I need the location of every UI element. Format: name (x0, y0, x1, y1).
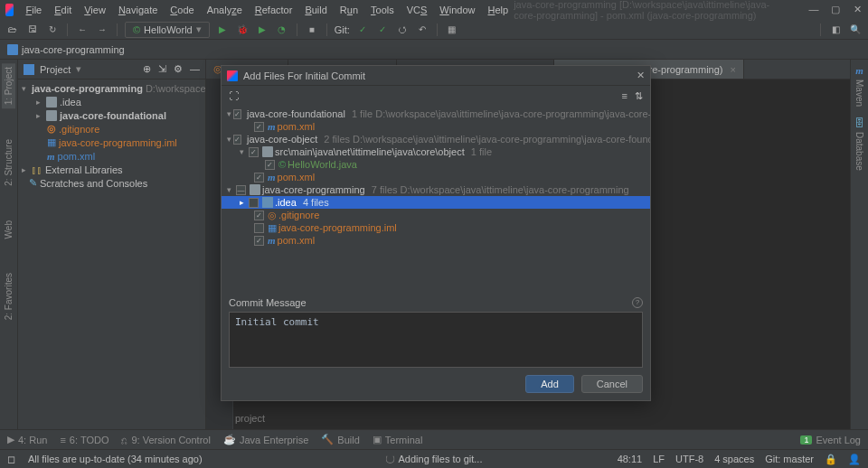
save-icon[interactable]: 🖫 (25, 23, 40, 37)
tw-terminal[interactable]: ▣ Terminal (373, 434, 423, 445)
dialog-file-tree[interactable]: ▾ java-core-foundational 1 file D:\works… (222, 106, 650, 294)
tw-event-log[interactable]: 1 Event Log (800, 435, 861, 445)
menu-code[interactable]: Code (165, 3, 199, 17)
menu-help[interactable]: Help (483, 3, 514, 17)
cancel-button[interactable]: Cancel (581, 375, 643, 393)
vcs-commit-icon[interactable]: ✓ (375, 23, 390, 37)
collapse-icon[interactable]: ⇲ (158, 63, 166, 75)
checkbox[interactable] (254, 236, 264, 246)
tab-close-icon[interactable]: × (731, 64, 736, 75)
menu-tools[interactable]: Tools (365, 3, 400, 17)
close-icon[interactable]: ✕ (852, 5, 863, 15)
tab-favorites[interactable]: 2: Favorites (2, 269, 15, 323)
menu-refactor[interactable]: Refactor (250, 3, 298, 17)
target-icon[interactable]: ⊕ (143, 63, 151, 75)
tw-run[interactable]: ▶ 4: Run (7, 434, 47, 445)
coverage-icon[interactable]: ▶ (255, 23, 269, 37)
ide-settings-icon[interactable]: ◧ (828, 23, 843, 37)
options-icon[interactable]: ⇅ (635, 90, 643, 102)
hide-icon[interactable]: — (190, 63, 200, 75)
tree-iml[interactable]: java-core-programming.iml (59, 137, 177, 148)
menu-view[interactable]: View (79, 3, 111, 17)
root-name[interactable]: java-core-programming (32, 83, 143, 94)
background-task[interactable]: Adding files to git... (399, 454, 483, 464)
menu-edit[interactable]: Edit (49, 3, 77, 17)
tw-version-control[interactable]: ⎌ 9: Version Control (121, 435, 210, 445)
run-config-selector[interactable]: © HelloWorld ▾ (125, 22, 210, 38)
inspector-icon[interactable]: 👤 (848, 454, 861, 465)
tree-pom[interactable]: pom.xml (58, 151, 96, 162)
menu-run[interactable]: Run (335, 3, 363, 17)
dialog-close-icon[interactable]: ✕ (637, 70, 645, 81)
commit-message-input[interactable]: Initial commit (229, 312, 643, 368)
root-path: D:\workspace\java\ittimeline (146, 83, 205, 94)
tree-external[interactable]: External Libraries (45, 164, 123, 175)
tree-gitignore[interactable]: .gitignore (59, 124, 99, 135)
tw-build[interactable]: 🔨 Build (321, 434, 359, 445)
group-icon[interactable]: ≡ (622, 90, 627, 102)
tool-window-bar: ▶ 4: Run ≡ 6: TODO ⎌ 9: Version Control … (0, 429, 868, 449)
checkbox[interactable] (254, 122, 264, 132)
checkbox[interactable] (254, 211, 264, 220)
forward-icon[interactable]: → (95, 23, 109, 37)
menu-window[interactable]: Window (434, 3, 480, 17)
checkbox[interactable]: — (236, 185, 246, 195)
stop-icon[interactable]: ■ (305, 23, 319, 37)
tab-project[interactable]: 1: Project (2, 63, 15, 108)
gear-icon[interactable]: ⚙ (174, 63, 183, 75)
checkbox[interactable] (233, 109, 241, 119)
vcs-update-icon[interactable]: ✓ (355, 23, 370, 37)
search-everywhere-icon[interactable]: 🔍 (848, 23, 863, 37)
checkbox[interactable] (249, 147, 259, 157)
caret-position[interactable]: 48:11 (618, 454, 643, 465)
menu-navigate[interactable]: Navigate (113, 3, 163, 17)
sync-icon[interactable]: ↻ (45, 23, 60, 37)
project-header[interactable]: Project (40, 64, 71, 75)
window-title: java-core-programming [D:\workspace\java… (514, 0, 787, 21)
structure-icon[interactable]: ▦ (445, 23, 459, 37)
vcs-history-icon[interactable]: ⭯ (395, 23, 410, 37)
add-button[interactable]: Add (525, 375, 574, 393)
tab-database[interactable]: Database (853, 128, 866, 174)
menu-build[interactable]: Build (299, 3, 332, 17)
run-icon[interactable]: ▶ (215, 23, 230, 37)
tab-maven[interactable]: Maven (853, 76, 866, 110)
tab-web[interactable]: Web (2, 217, 15, 242)
lock-icon[interactable]: 🔒 (825, 454, 837, 465)
profile-icon[interactable]: ◔ (275, 23, 289, 37)
checkbox[interactable] (254, 223, 264, 233)
tw-jee[interactable]: ☕ Java Enterprise (223, 434, 308, 445)
dialog-title: Add Files For Initial Commit (243, 70, 365, 81)
checkbox[interactable] (254, 173, 264, 183)
open-icon[interactable]: 🗁 (5, 23, 20, 37)
menu-file[interactable]: File (21, 3, 48, 17)
tree-scratches[interactable]: Scratches and Consoles (40, 178, 147, 189)
tree-module[interactable]: java-core-foundational (60, 110, 166, 121)
menu-analyze[interactable]: Analyze (202, 3, 248, 17)
git-branch[interactable]: Git: master (765, 454, 814, 465)
selected-row[interactable]: ▸ .idea 4 files (222, 196, 650, 209)
breadcrumb-project[interactable]: java-core-programming (22, 44, 125, 55)
minimize-icon[interactable]: — (808, 5, 819, 15)
maven-icon[interactable]: m (855, 65, 863, 76)
database-icon[interactable]: 🗄 (854, 117, 864, 128)
line-separator[interactable]: LF (653, 454, 665, 465)
back-icon[interactable]: ← (75, 23, 90, 37)
tree-idea[interactable]: .idea (60, 97, 81, 108)
project-tree[interactable]: ▾ java-core-programming D:\workspace\jav… (18, 80, 205, 192)
checkbox[interactable] (233, 135, 241, 145)
module-icon (7, 44, 18, 55)
menu-vcs[interactable]: VCS (401, 3, 433, 17)
tw-todo[interactable]: ≡ 6: TODO (60, 435, 108, 445)
encoding[interactable]: UTF-8 (675, 454, 703, 465)
expand-tree-icon[interactable]: ⛶ (229, 90, 239, 101)
checkbox[interactable] (265, 160, 275, 170)
debug-icon[interactable]: 🐞 (235, 23, 250, 37)
tool-window-toggle-icon[interactable]: ◻ (7, 454, 15, 465)
indent[interactable]: 4 spaces (714, 454, 754, 465)
tab-structure[interactable]: 2: Structure (2, 136, 15, 190)
vcs-revert-icon[interactable]: ↶ (415, 23, 429, 37)
help-icon[interactable]: ? (632, 297, 643, 308)
checkbox[interactable] (249, 198, 259, 208)
maximize-icon[interactable]: ▢ (830, 5, 841, 15)
